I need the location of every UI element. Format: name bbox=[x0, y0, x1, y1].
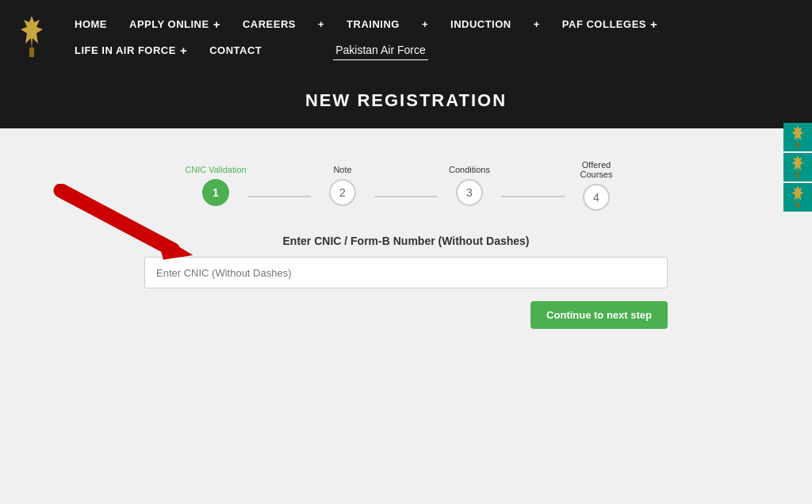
step-3-label: Conditions bbox=[449, 165, 490, 174]
nav-apply-online[interactable]: APPLY ONLINE + bbox=[118, 11, 232, 37]
svg-marker-4 bbox=[157, 234, 193, 260]
continue-button[interactable]: Continue to next step bbox=[530, 301, 668, 329]
nav-top: HOME APPLY ONLINE + CAREERS + TRAINING +… bbox=[0, 0, 812, 74]
dropdown-hint: Pakistan Air Force bbox=[333, 44, 428, 60]
nav-plus-2: + bbox=[411, 12, 439, 36]
dropdown-title: Pakistan Air Force bbox=[333, 44, 428, 56]
svg-marker-0 bbox=[21, 16, 43, 49]
main-content: CNIC Validation 1 Note 2 Conditions 3 Of… bbox=[0, 128, 812, 469]
step-1-label: CNIC Validation bbox=[185, 165, 246, 174]
step-connector-1-2 bbox=[247, 196, 311, 197]
nav-plus-1: + bbox=[307, 12, 335, 36]
nav-paf-colleges[interactable]: PAF COLLEGES + bbox=[551, 11, 668, 37]
step-3-block: Conditions 3 bbox=[438, 165, 501, 206]
nav-plus-3: + bbox=[523, 12, 551, 36]
cnic-form-label: Enter CNIC / Form-B Number (Without Dash… bbox=[144, 235, 668, 247]
red-arrow-icon bbox=[48, 184, 206, 263]
form-container: CNIC Validation 1 Note 2 Conditions 3 Of… bbox=[128, 160, 684, 288]
svg-rect-8 bbox=[796, 173, 799, 178]
side-icon-1[interactable] bbox=[783, 123, 812, 151]
svg-rect-10 bbox=[796, 203, 799, 208]
step-2-block: Note 2 bbox=[311, 165, 374, 206]
step-1-circle[interactable]: 1 bbox=[202, 179, 229, 206]
step-connector-3-4 bbox=[501, 196, 565, 197]
paf-logo bbox=[16, 13, 48, 61]
step-2-circle[interactable]: 2 bbox=[329, 179, 356, 206]
page-title: NEW REGISTRATION bbox=[0, 90, 812, 111]
svg-marker-7 bbox=[791, 155, 803, 174]
nav-life-in-air-force[interactable]: LIFE IN AIR FORCE + bbox=[63, 37, 198, 63]
step-4-label: Offered Courses bbox=[565, 160, 628, 179]
step-2-label: Note bbox=[333, 165, 351, 174]
step-4-block: Offered Courses 4 bbox=[565, 160, 628, 211]
side-icon-3[interactable] bbox=[783, 183, 812, 212]
step-connector-2-3 bbox=[374, 196, 438, 197]
svg-marker-5 bbox=[791, 125, 803, 143]
step-3-circle[interactable]: 3 bbox=[456, 179, 483, 206]
side-icons bbox=[783, 123, 812, 212]
nav-contact[interactable]: CONTACT bbox=[198, 38, 273, 63]
nav-induction[interactable]: INDUCTION bbox=[439, 12, 523, 36]
arrow-container bbox=[48, 184, 206, 266]
side-icon-2[interactable] bbox=[783, 153, 812, 181]
svg-rect-1 bbox=[29, 48, 34, 57]
nav-training[interactable]: TRAINING bbox=[335, 12, 411, 36]
svg-line-3 bbox=[61, 190, 174, 250]
step-4-circle[interactable]: 4 bbox=[583, 184, 610, 211]
svg-marker-9 bbox=[791, 185, 803, 204]
cnic-input[interactable] bbox=[156, 267, 656, 279]
dropdown-divider bbox=[333, 59, 428, 60]
steps-wrapper: CNIC Validation 1 Note 2 Conditions 3 Of… bbox=[184, 160, 628, 211]
svg-rect-6 bbox=[796, 143, 799, 148]
nav-home[interactable]: HOME bbox=[63, 12, 118, 36]
page-title-area: NEW REGISTRATION bbox=[0, 74, 812, 128]
header: HOME APPLY ONLINE + CAREERS + TRAINING +… bbox=[0, 0, 812, 128]
nav-row-1: HOME APPLY ONLINE + CAREERS + TRAINING +… bbox=[63, 11, 668, 37]
cnic-input-wrapper bbox=[144, 257, 668, 288]
nav-careers[interactable]: CAREERS bbox=[232, 12, 307, 36]
